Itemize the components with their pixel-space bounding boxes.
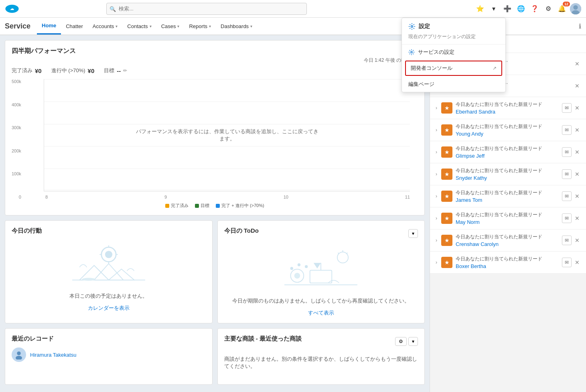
- nav-item-home[interactable]: Home: [37, 18, 61, 35]
- nav-item-cases[interactable]: Cases ▾: [156, 18, 185, 35]
- today-activity-card: 今日の行動: [5, 220, 213, 323]
- calendar-link[interactable]: カレンダーを表示: [12, 305, 206, 312]
- assistant-item-name-9[interactable]: Boxer Bertha: [456, 263, 559, 269]
- assistant-chevron-5[interactable]: ›: [435, 171, 438, 178]
- svg-point-28: [305, 265, 308, 268]
- assistant-chevron-4[interactable]: ›: [435, 148, 438, 156]
- assistant-star-6: ★: [441, 191, 452, 202]
- avatar[interactable]: [570, 3, 581, 14]
- assistant-mail-3[interactable]: ✉: [562, 125, 572, 135]
- favorites-dropdown-icon[interactable]: ▾: [488, 3, 499, 14]
- assistant-star-2: ★: [441, 102, 452, 114]
- assistant-item-subtitle-6: 今日あなたに割り当てられた新規リード: [456, 189, 559, 196]
- assistant-item-name-8[interactable]: Crenshaw Carolyn: [456, 241, 559, 247]
- assistant-mail-7[interactable]: ✉: [562, 213, 572, 223]
- assistant-close-7[interactable]: ✕: [573, 213, 581, 223]
- assistant-item-content-2: 今日あなたに割り当てられた新規リード Eberhard Sandra: [456, 101, 559, 115]
- x-label-11: 11: [405, 195, 410, 199]
- assistant-star-9: ★: [441, 257, 452, 268]
- assistant-item-name-6[interactable]: James Tom: [456, 197, 559, 203]
- assistant-mail-4[interactable]: ✉: [562, 147, 572, 157]
- svg-marker-11: [79, 266, 109, 280]
- assistant-chevron-3[interactable]: ›: [435, 126, 438, 134]
- assistant-chevron-2[interactable]: ›: [435, 104, 438, 112]
- deals-empty-text: 商談がまだありません。別の条件を選択するか、しばらくしてからもう一度確認してくだ…: [224, 352, 418, 373]
- key-deals-card: 主要な商談 - 最近使った商談 ⚙ ▾ 商談がまだありません。別の条件を選択する…: [217, 328, 425, 385]
- assistant-chevron-8[interactable]: ›: [435, 237, 438, 244]
- assistant-item-james: › ★ 今日あなたに割り当てられた新規リード James Tom ✉ ✕: [430, 185, 586, 207]
- chart-area: パフォーマンスを表示するには、作業している商談を追加し、ここに戻ってきます。: [44, 79, 410, 191]
- gridline-300k: [44, 124, 410, 124]
- assistant-close-3[interactable]: ✕: [573, 125, 581, 135]
- bottom-cards-row: 今日の行動: [5, 220, 425, 323]
- svg-point-6: [105, 251, 112, 258]
- svg-point-31: [411, 26, 413, 28]
- deals-sort-button[interactable]: ▾: [408, 337, 418, 346]
- assistant-close-0[interactable]: ✕: [573, 60, 581, 68]
- todo-header-row: 今日の ToDo ▾: [224, 227, 418, 240]
- assistant-close-6[interactable]: ✕: [573, 191, 581, 201]
- target-edit-icon[interactable]: ✏: [123, 68, 127, 73]
- info-icon[interactable]: ℹ: [579, 22, 581, 30]
- svg-marker-12: [94, 264, 123, 280]
- notifications-bell[interactable]: 🔔 12: [556, 3, 568, 14]
- nav-item-reports[interactable]: Reports ▾: [184, 18, 216, 35]
- todo-empty-text: 今日が期限のものはありません。しばらくしてから再度確認してください。: [224, 297, 418, 305]
- favorites-icon[interactable]: ⭐: [474, 3, 486, 14]
- help-icon[interactable]: ❓: [529, 3, 540, 14]
- add-icon[interactable]: ➕: [502, 3, 513, 14]
- top-bar-right: ⭐ ▾ ➕ 🌐 ❓ ⚙ 🔔 12: [474, 3, 581, 14]
- assistant-mail-9[interactable]: ✉: [562, 258, 572, 267]
- assistant-chevron-6[interactable]: ›: [435, 193, 438, 200]
- record-item: Hiramura Takekatsu: [12, 347, 206, 362]
- nav-item-chatter[interactable]: Chatter: [61, 18, 88, 35]
- chart-x-labels: 8 9 10 11: [44, 195, 410, 199]
- global-actions-icon[interactable]: 🌐: [515, 3, 527, 14]
- assistant-item-crenshaw: › ★ 今日あなたに割り当てられた新規リード Crenshaw Carolyn …: [430, 230, 586, 252]
- assistant-item-name-5[interactable]: Snyder Kathy: [456, 175, 559, 181]
- assistant-item-subtitle-3: 今日あなたに割り当てられた新規リード: [456, 123, 559, 130]
- record-name[interactable]: Hiramura Takekatsu: [30, 352, 76, 358]
- assistant-mail-5[interactable]: ✉: [562, 169, 572, 179]
- salesforce-logo[interactable]: ☁: [5, 2, 19, 16]
- todo-dropdown-button[interactable]: ▾: [408, 229, 418, 238]
- nav-item-contacts[interactable]: Contacts ▾: [122, 18, 156, 35]
- settings-dropdown-header: 設定: [402, 18, 505, 33]
- assistant-chevron-7[interactable]: ›: [435, 215, 438, 222]
- assistant-item-maynorm: › ★ 今日あなたに割り当てられた新規リード May Norm ✉ ✕: [430, 207, 586, 230]
- stat-in-progress: 進行中 (>70%) ¥0: [51, 67, 95, 74]
- nav-item-dashboards[interactable]: Dashboards ▾: [216, 18, 257, 35]
- assistant-close-8[interactable]: ✕: [573, 236, 581, 245]
- deals-filter-button[interactable]: ⚙: [395, 337, 407, 346]
- assistant-item-content-3: 今日あなたに割り当てられた新規リード Young Andy: [456, 123, 559, 137]
- settings-dev-console-item[interactable]: 開発者コンソール ↗: [405, 61, 502, 76]
- assistant-chevron-9[interactable]: ›: [435, 259, 438, 266]
- contacts-chevron: ▾: [150, 24, 152, 28]
- settings-service-label: サービスの設定: [418, 49, 454, 56]
- assistant-mail-2[interactable]: ✉: [562, 103, 572, 113]
- assistant-close-2[interactable]: ✕: [573, 103, 581, 113]
- settings-gear-icon: [408, 23, 416, 30]
- todo-show-all-link[interactable]: すべて表示: [224, 309, 418, 317]
- nav-item-accounts[interactable]: Accounts ▾: [88, 18, 122, 35]
- assistant-close-9[interactable]: ✕: [573, 258, 581, 267]
- settings-edit-page-item[interactable]: 編集ページ: [402, 77, 505, 92]
- assistant-close-5[interactable]: ✕: [573, 169, 581, 179]
- performance-header-row: 今日 1:42 午後 の時点 ↻: [12, 57, 418, 64]
- settings-icon[interactable]: ⚙: [543, 3, 554, 14]
- assistant-close-4[interactable]: ✕: [573, 147, 581, 157]
- svg-point-3: [573, 5, 578, 9]
- stat-completed-value: ¥0: [35, 67, 42, 74]
- assistant-item-name-3[interactable]: Young Andy: [456, 131, 559, 137]
- svg-marker-22: [314, 263, 321, 268]
- assistant-item-name-4[interactable]: Glimpse Jeff: [456, 153, 559, 159]
- service-settings-icon: [408, 49, 415, 55]
- assistant-mail-6[interactable]: ✉: [562, 191, 572, 201]
- assistant-star-4: ★: [441, 146, 452, 158]
- assistant-item-name-2[interactable]: Eberhard Sandra: [456, 109, 559, 115]
- assistant-item-name-7[interactable]: May Norm: [456, 219, 559, 225]
- assistant-close-1[interactable]: ✕: [573, 82, 581, 90]
- settings-service-item[interactable]: サービスの設定: [402, 45, 505, 60]
- search-input[interactable]: [106, 3, 307, 15]
- assistant-mail-8[interactable]: ✉: [562, 236, 572, 245]
